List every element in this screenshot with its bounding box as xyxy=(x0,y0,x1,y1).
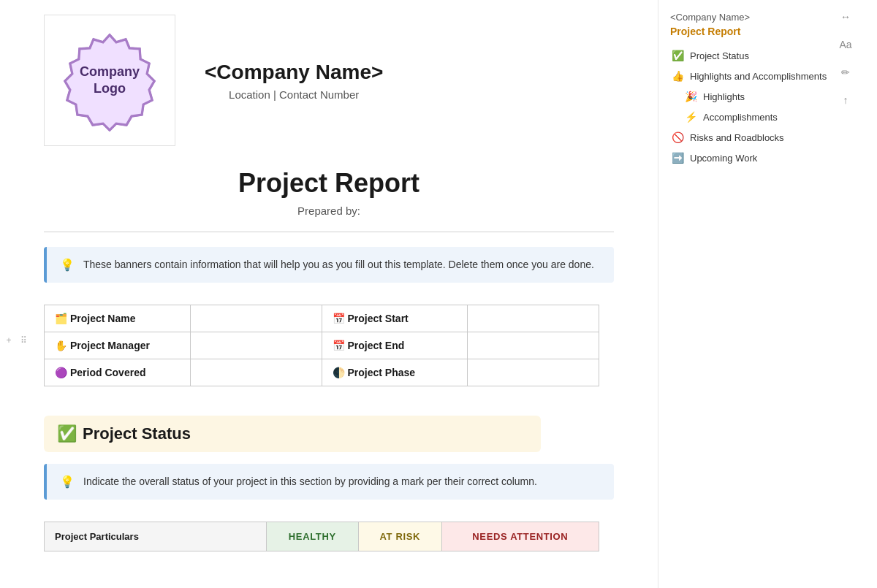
info-banner: 💡 These banners contain information that… xyxy=(44,247,614,283)
logo-container: CompanyLogo xyxy=(44,15,175,146)
logo-shape: CompanyLogo xyxy=(58,29,161,131)
nav-item-label: Upcoming Work xyxy=(690,153,757,164)
nav-item-label: Project Status xyxy=(690,50,749,61)
banner-icon: 💡 xyxy=(60,258,75,272)
left-gutter: + ⠿ xyxy=(0,0,29,588)
header-section: CompanyLogo <Company Name> Location | Co… xyxy=(44,15,614,146)
status-table-header-row: Project Particulars HEALTHY AT RISK NEED… xyxy=(45,522,599,551)
status-table: Project Particulars HEALTHY AT RISK NEED… xyxy=(44,522,599,551)
report-title-section: Project Report Prepared by: xyxy=(44,168,614,232)
banner-text: These banners contain information that w… xyxy=(83,257,594,272)
project-status-title: ✅ Project Status xyxy=(57,424,528,443)
status-info-banner: 💡 Indicate the overall status of your pr… xyxy=(44,464,614,500)
project-status-section-header: ✅ Project Status xyxy=(44,416,541,452)
table-row: 🟣Period Covered 🌓Project Phase xyxy=(45,359,599,386)
table-row: ✋Project Manager 📅Project End xyxy=(45,332,599,359)
nav-item-icon: 🎉 xyxy=(685,91,697,102)
nav-item-icon: ✅ xyxy=(672,50,684,61)
period-covered-value[interactable] xyxy=(190,359,322,386)
nav-item-icon: 👍 xyxy=(672,70,684,82)
nav-item-label: Highlights xyxy=(703,91,745,102)
project-status-icon: ✅ xyxy=(57,424,77,443)
nav-item-label: Risks and Roadblocks xyxy=(690,132,784,143)
sidebar-company-name: <Company Name> xyxy=(658,12,862,26)
sidebar-nav-item[interactable]: ➡️Upcoming Work xyxy=(664,148,857,167)
sidebar-nav-item[interactable]: 🎉Highlights xyxy=(664,87,857,106)
sidebar-nav: ✅Project Status👍Highlights and Accomplis… xyxy=(658,46,862,167)
sidebar-nav-item[interactable]: 👍Highlights and Accomplishments xyxy=(664,66,857,85)
at-risk-header: AT RISK xyxy=(358,522,441,551)
period-covered-label: 🟣Period Covered xyxy=(45,359,191,386)
nav-item-icon: ⚡ xyxy=(685,111,697,123)
report-title: Project Report xyxy=(44,168,614,199)
sidebar-top-controls: ↔ Aa ✏ ↑ xyxy=(838,9,854,108)
right-sidebar: ↔ Aa ✏ ↑ <Company Name> Project Report ✅… xyxy=(658,0,862,588)
collapse-icon[interactable]: ↔ xyxy=(838,9,854,25)
prepared-by: Prepared by: xyxy=(44,205,614,217)
healthy-header: HEALTHY xyxy=(266,522,358,551)
add-row-button[interactable]: + xyxy=(3,335,15,346)
nav-item-label: Highlights and Accomplishments xyxy=(690,71,827,82)
sidebar-report-title: Project Report xyxy=(658,26,862,46)
logo-text: CompanyLogo xyxy=(80,64,140,98)
sidebar-nav-item[interactable]: ⚡Accomplishments xyxy=(664,107,857,126)
row-controls[interactable]: + ⠿ xyxy=(0,335,29,346)
project-end-value[interactable] xyxy=(468,332,599,359)
project-start-label: 📅Project Start xyxy=(322,305,468,332)
nav-item-icon: ➡️ xyxy=(672,152,684,164)
company-info: <Company Name> Location | Contact Number xyxy=(205,61,383,101)
project-phase-value[interactable] xyxy=(468,359,599,386)
main-content: CompanyLogo <Company Name> Location | Co… xyxy=(29,0,658,588)
company-location: Location | Contact Number xyxy=(205,88,383,101)
status-banner-text: Indicate the overall status of your proj… xyxy=(83,474,537,489)
status-banner-icon: 💡 xyxy=(60,475,75,489)
sidebar-nav-item[interactable]: 🚫Risks and Roadblocks xyxy=(664,128,857,147)
needs-attention-header: NEEDS ATTENTION xyxy=(441,522,599,551)
particulars-header: Project Particulars xyxy=(45,522,267,551)
share-icon[interactable]: ↑ xyxy=(838,92,854,108)
project-manager-label: ✋Project Manager xyxy=(45,332,191,359)
nav-item-icon: 🚫 xyxy=(672,131,684,143)
nav-item-label: Accomplishments xyxy=(703,112,778,123)
project-phase-label: 🌓Project Phase xyxy=(322,359,468,386)
project-name-label: 🗂️Project Name xyxy=(45,305,191,332)
project-name-value[interactable] xyxy=(190,305,322,332)
project-start-value[interactable] xyxy=(468,305,599,332)
table-row: 🗂️Project Name 📅Project Start xyxy=(45,305,599,332)
sidebar-nav-item[interactable]: ✅Project Status xyxy=(664,46,857,65)
company-name-header: <Company Name> xyxy=(205,61,383,84)
project-manager-value[interactable] xyxy=(190,332,322,359)
drag-handle[interactable]: ⠿ xyxy=(18,335,29,346)
font-icon[interactable]: Aa xyxy=(838,37,854,53)
project-info-table: 🗂️Project Name 📅Project Start ✋Project M… xyxy=(44,305,599,386)
edit-icon[interactable]: ✏ xyxy=(838,64,854,80)
project-end-label: 📅Project End xyxy=(322,332,468,359)
